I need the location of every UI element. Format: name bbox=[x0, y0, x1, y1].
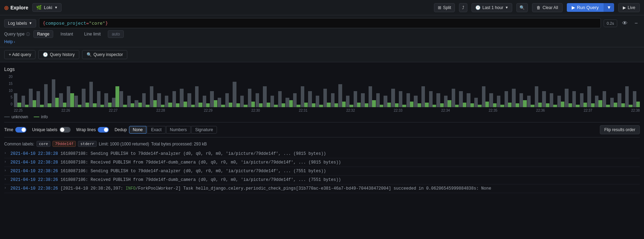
chart-bar-group bbox=[44, 75, 51, 107]
dedup-none-button[interactable]: None bbox=[129, 126, 147, 134]
chart-bar-group bbox=[346, 75, 353, 107]
expand-icon: › bbox=[4, 177, 8, 181]
bar-unknown bbox=[316, 96, 319, 107]
chart-bar-group bbox=[104, 75, 112, 107]
bar-unknown bbox=[210, 91, 214, 107]
chart-bar-group bbox=[572, 75, 580, 107]
range-button[interactable]: Range bbox=[33, 30, 53, 38]
chart-bar-group bbox=[429, 75, 436, 107]
bar-unknown bbox=[595, 96, 598, 107]
bar-unknown bbox=[331, 93, 335, 107]
bar-info bbox=[591, 103, 595, 107]
remove-query-button[interactable]: − bbox=[633, 19, 640, 27]
log-entry[interactable]: › 2021-04-10 22:38:26 1618087106: Receiv… bbox=[4, 176, 640, 184]
bar-unknown bbox=[278, 91, 282, 107]
log-entry[interactable]: › 2021-04-10 22:38:28 1618087108: Sendin… bbox=[4, 150, 640, 158]
bar-unknown bbox=[587, 86, 591, 107]
dedup-signature-button[interactable]: Signature bbox=[191, 126, 217, 134]
chart-bar-group bbox=[240, 75, 248, 107]
bar-unknown bbox=[97, 91, 100, 107]
log-labels-button[interactable]: Log labels ▼ bbox=[4, 19, 36, 27]
bar-info bbox=[259, 103, 263, 107]
bar-info bbox=[395, 103, 399, 107]
bar-info bbox=[372, 100, 376, 107]
bar-unknown bbox=[338, 84, 342, 107]
bar-info bbox=[33, 100, 36, 107]
expand-icon: › bbox=[4, 151, 8, 155]
chart-bar-group bbox=[37, 75, 44, 107]
bar-unknown bbox=[346, 96, 349, 107]
bar-unknown bbox=[59, 93, 63, 107]
chart-area: 20 15 10 5 0 22:25 22:26 22:27 22:28 22:… bbox=[4, 75, 640, 113]
flip-results-button[interactable]: Flip results order bbox=[600, 125, 640, 134]
toggle-knob bbox=[22, 128, 26, 132]
bar-info bbox=[282, 103, 285, 107]
chart-bar-group bbox=[436, 75, 444, 107]
bar-info bbox=[86, 103, 89, 107]
toggle-visibility-button[interactable]: 👁 bbox=[620, 19, 630, 27]
chart-bar-group bbox=[384, 75, 391, 107]
chart-container: 22:25 22:26 22:27 22:28 22:29 22:30 22:3… bbox=[14, 75, 640, 113]
help-link[interactable]: Help › bbox=[4, 39, 640, 44]
bar-info bbox=[55, 98, 59, 107]
chart-bar-group bbox=[459, 75, 466, 107]
log-entry[interactable]: › 2021-04-10 22:38:26 [2021-04-10 20:38:… bbox=[4, 184, 640, 193]
dedup-numbers-button[interactable]: Numbers bbox=[166, 126, 191, 134]
log-entry[interactable]: › 2021-04-10 22:38:26 1618087106: Sendin… bbox=[4, 167, 640, 176]
bar-info bbox=[236, 103, 240, 107]
bar-info bbox=[146, 105, 149, 107]
label-core: core bbox=[37, 141, 51, 147]
expand-icon: › bbox=[4, 169, 8, 173]
chart-bar-group bbox=[74, 75, 82, 107]
bar-unknown bbox=[248, 89, 251, 107]
unique-labels-control: Unique labels bbox=[32, 127, 71, 133]
chart-bar-group bbox=[82, 75, 89, 107]
bar-unknown bbox=[512, 89, 515, 107]
bar-unknown bbox=[256, 93, 259, 107]
query-history-button[interactable]: 🕐 Query history bbox=[38, 50, 79, 59]
query-input-row: Log labels ▼ {compose_project="core"} 0.… bbox=[4, 18, 640, 28]
bar-unknown bbox=[263, 86, 266, 107]
share-button[interactable]: ⤴ bbox=[459, 3, 467, 12]
bar-info bbox=[161, 105, 164, 107]
add-query-button[interactable]: + Add query bbox=[4, 50, 35, 59]
search-button[interactable]: 🔍 bbox=[516, 3, 528, 12]
bar-info bbox=[636, 102, 640, 107]
line-limit-button[interactable]: Line limit bbox=[80, 30, 104, 38]
split-button[interactable]: ⊞ Split bbox=[434, 3, 455, 12]
chart-bar-group bbox=[482, 75, 489, 107]
bar-info bbox=[267, 103, 270, 107]
chart-bar-group bbox=[316, 75, 323, 107]
info-color bbox=[34, 117, 39, 117]
unique-labels-toggle[interactable] bbox=[59, 127, 71, 133]
wrap-lines-toggle[interactable] bbox=[98, 127, 109, 133]
bar-info bbox=[40, 105, 43, 107]
bar-unknown bbox=[29, 89, 32, 107]
run-query-button[interactable]: ▶ Run Query bbox=[567, 3, 604, 12]
chart-bar-group bbox=[203, 75, 210, 107]
chart-bar-group bbox=[256, 75, 263, 107]
query-inspector-button[interactable]: 🔍 Query inspector bbox=[82, 50, 128, 59]
datasource-picker[interactable]: 🌿 Loki ▼ bbox=[32, 3, 62, 12]
bar-unknown bbox=[142, 93, 146, 107]
live-button[interactable]: ▶ Live bbox=[618, 3, 640, 12]
clear-all-button[interactable]: 🗑 Clear All bbox=[532, 3, 563, 12]
bar-unknown bbox=[37, 91, 40, 107]
dedup-exact-button[interactable]: Exact bbox=[147, 126, 165, 134]
chart-bar-group bbox=[550, 75, 557, 107]
bar-unknown bbox=[127, 96, 131, 107]
bar-info bbox=[485, 102, 489, 107]
time-toggle[interactable] bbox=[15, 127, 26, 133]
log-entry[interactable]: › 2021-04-10 22:38:28 1618087108: Receiv… bbox=[4, 158, 640, 167]
bar-info bbox=[342, 102, 346, 107]
bar-info bbox=[569, 103, 572, 107]
chart-bar-group bbox=[557, 75, 565, 107]
instant-button[interactable]: Instant bbox=[57, 30, 77, 38]
legend-info: info bbox=[34, 114, 48, 119]
bar-info bbox=[410, 102, 413, 107]
run-query-caret-button[interactable]: ▼ bbox=[604, 3, 614, 12]
query-input-field[interactable]: {compose_project="core"} bbox=[39, 18, 601, 28]
time-picker[interactable]: 🕐 Last 1 hour ▼ bbox=[472, 3, 512, 12]
chart-bar-group bbox=[14, 75, 21, 107]
chart-bar-group bbox=[467, 75, 474, 107]
